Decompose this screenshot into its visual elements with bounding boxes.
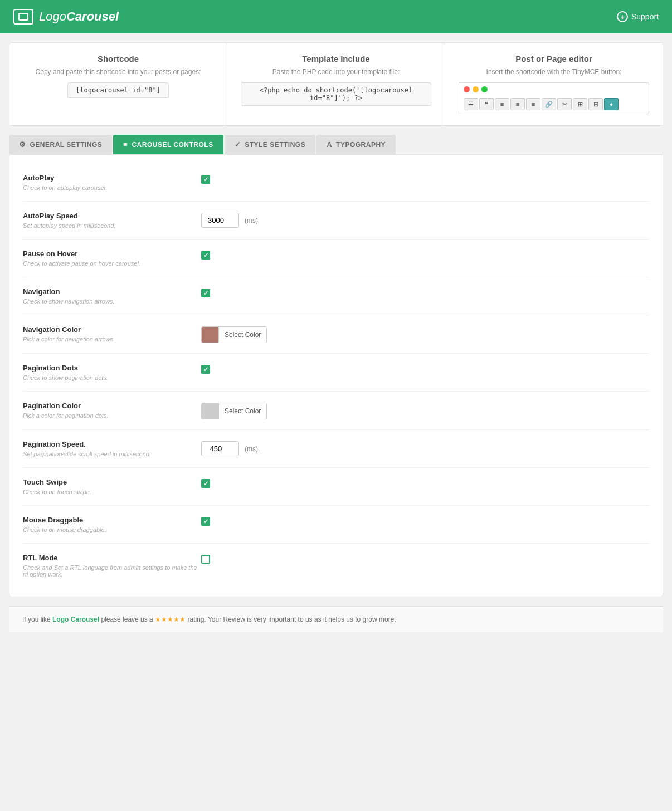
setting-pagination-dots: Pagination Dots Check to show pagination… <box>23 354 649 392</box>
template-title: Template Include <box>241 54 431 63</box>
tab-general[interactable]: ⚙ GENERAL SETTINGS <box>9 135 112 154</box>
nav-color-swatch <box>202 326 218 343</box>
pagination-speed-control: (ms). <box>201 440 649 456</box>
nav-color-button[interactable]: Select Color <box>201 326 267 343</box>
navigation-desc: Check to show navigation arrows. <box>23 298 201 305</box>
support-button[interactable]: + Support <box>617 11 659 22</box>
rtl-mode-desc: Check and Set a RTL language from admin … <box>23 564 201 578</box>
rtl-mode-checkbox[interactable] <box>201 555 210 564</box>
pagination-speed-input[interactable] <box>201 441 239 456</box>
pagination-speed-desc: Set pagination/slide scroll speed in mil… <box>23 451 201 457</box>
autoplay-label: AutoPlay <box>23 174 201 182</box>
touch-swipe-desc: Check to on touch swipe. <box>23 488 201 495</box>
tinymce-btn-table[interactable]: ⊞ <box>588 98 603 110</box>
pagination-speed-label: Pagination Speed. <box>23 440 201 448</box>
main-content: AutoPlay Check to on autoplay carousel. … <box>9 154 663 597</box>
footer-text-end: rating. Your Review is very important to… <box>187 615 396 623</box>
setting-touch-swipe: Touch Swipe Check to on touch swipe. <box>23 468 649 506</box>
shortcode-card: Shortcode Copy and paste this shortcode … <box>9 43 227 125</box>
tinymce-btn-grid[interactable]: ⊞ <box>573 98 587 110</box>
template-code[interactable]: <?php echo do_shortcode('[logocarousel i… <box>241 82 431 106</box>
mouse-draggable-control <box>201 516 649 526</box>
pause-hover-desc: Check to activate pause on hover carouse… <box>23 260 201 267</box>
pagination-color-label: Pagination Color <box>23 402 201 410</box>
touch-swipe-control <box>201 478 649 488</box>
setting-rtl-mode: RTL Mode Check and Set a RTL language fr… <box>23 544 649 588</box>
info-section: Shortcode Copy and paste this shortcode … <box>9 42 663 126</box>
setting-pause-hover: Pause on Hover Check to activate pause o… <box>23 240 649 277</box>
tinymce-btn-align-center[interactable]: ≡ <box>510 98 525 110</box>
autoplay-checkbox[interactable] <box>201 175 210 184</box>
tinymce-dots <box>461 85 646 94</box>
tab-typography[interactable]: A TYPOGRAPHY <box>316 135 396 154</box>
autoplay-speed-control: (ms) <box>201 212 649 228</box>
tinymce-buttons: ☰ ❝ ≡ ≡ ≡ 🔗 ✂ ⊞ ⊞ ♦ <box>461 97 646 111</box>
nav-color-label: Navigation Color <box>23 325 201 334</box>
autoplay-desc: Check to on autoplay carousel. <box>23 184 201 191</box>
tab-typography-label: TYPOGRAPHY <box>336 141 386 149</box>
tinymce-btn-quote[interactable]: ❝ <box>479 98 494 110</box>
setting-pagination-color: Pagination Color Pick a color for pagina… <box>23 392 649 430</box>
pagination-dots-control <box>201 364 649 374</box>
mouse-draggable-checkbox[interactable] <box>201 517 210 526</box>
tab-carousel-label: CAROUSEL CONTROLS <box>132 141 213 149</box>
autoplay-speed-unit: (ms) <box>245 217 258 224</box>
pause-hover-checkbox[interactable] <box>201 251 210 260</box>
tabs: ⚙ GENERAL SETTINGS ≡ CAROUSEL CONTROLS ✓… <box>9 135 663 154</box>
nav-color-btn-label: Select Color <box>218 327 266 343</box>
header: LogoCarousel + Support <box>0 0 672 33</box>
pause-hover-label: Pause on Hover <box>23 250 201 258</box>
autoplay-control <box>201 174 649 184</box>
shortcode-value[interactable]: [logocarousel id="8"] <box>67 82 169 98</box>
shortcode-title: Shortcode <box>23 54 213 63</box>
pagination-color-button[interactable]: Select Color <box>201 403 267 419</box>
navigation-checkbox[interactable] <box>201 289 210 297</box>
nav-color-desc: Pick a color for navigation arrows. <box>23 336 201 343</box>
tinymce-btn-cut[interactable]: ✂ <box>557 98 572 110</box>
typography-icon: A <box>327 140 332 149</box>
tinymce-btn-align-right[interactable]: ≡ <box>526 98 540 110</box>
tinymce-btn-carousel[interactable]: ♦ <box>604 98 619 110</box>
logo-icon-inner <box>18 13 28 21</box>
rtl-mode-label: RTL Mode <box>23 554 201 562</box>
editor-title: Post or Page editor <box>459 54 649 63</box>
autoplay-speed-input[interactable] <box>201 213 239 228</box>
setting-navigation: Navigation Check to show navigation arro… <box>23 277 649 315</box>
mouse-draggable-label: Mouse Draggable <box>23 516 201 524</box>
footer-text-after: please leave us a <box>101 615 155 623</box>
tab-style-label: STYLE SETTINGS <box>245 141 305 149</box>
footer: If you like Logo Carousel please leave u… <box>9 606 663 632</box>
setting-mouse-draggable: Mouse Draggable Check to on mouse dragga… <box>23 506 649 544</box>
footer-link[interactable]: Logo Carousel <box>52 615 99 623</box>
logo: LogoCarousel <box>13 9 119 25</box>
tinymce-btn-align-left[interactable]: ≡ <box>495 98 509 110</box>
pagination-dots-label: Pagination Dots <box>23 364 201 372</box>
tinymce-toolbar: ☰ ❝ ≡ ≡ ≡ 🔗 ✂ ⊞ ⊞ ♦ <box>459 82 649 114</box>
touch-swipe-checkbox[interactable] <box>201 479 210 488</box>
setting-pagination-speed: Pagination Speed. Set pagination/slide s… <box>23 430 649 468</box>
footer-stars: ★★★★★ <box>155 615 186 623</box>
pagination-speed-unit: (ms). <box>245 445 260 453</box>
nav-color-control: Select Color <box>201 325 649 343</box>
tinymce-btn-link[interactable]: 🔗 <box>542 98 556 110</box>
carousel-icon: ≡ <box>123 140 128 149</box>
tab-carousel[interactable]: ≡ CAROUSEL CONTROLS <box>113 135 223 154</box>
tinymce-btn-list[interactable]: ☰ <box>464 98 478 110</box>
support-icon: + <box>617 11 628 22</box>
dot-red <box>464 86 470 92</box>
editor-desc: Insert the shortcode with the TinyMCE bu… <box>459 68 649 76</box>
template-card: Template Include Paste the PHP code into… <box>227 43 445 125</box>
dot-yellow <box>473 86 479 92</box>
pagination-dots-desc: Check to show pagination dots. <box>23 374 201 381</box>
shortcode-desc: Copy and paste this shortcode into your … <box>23 68 213 76</box>
mouse-draggable-desc: Check to on mouse draggable. <box>23 526 201 533</box>
tab-style[interactable]: ✓ STYLE SETTINGS <box>225 135 316 154</box>
tab-general-label: GENERAL SETTINGS <box>30 141 103 149</box>
general-icon: ⚙ <box>19 140 26 149</box>
pagination-color-desc: Pick a color for pagination dots. <box>23 412 201 419</box>
pagination-dots-checkbox[interactable] <box>201 365 210 374</box>
dot-green <box>481 86 488 92</box>
setting-autoplay-speed: AutoPlay Speed Set autoplay speed in mil… <box>23 202 649 240</box>
rtl-mode-control <box>201 554 649 564</box>
footer-text-before: If you like <box>22 615 52 623</box>
